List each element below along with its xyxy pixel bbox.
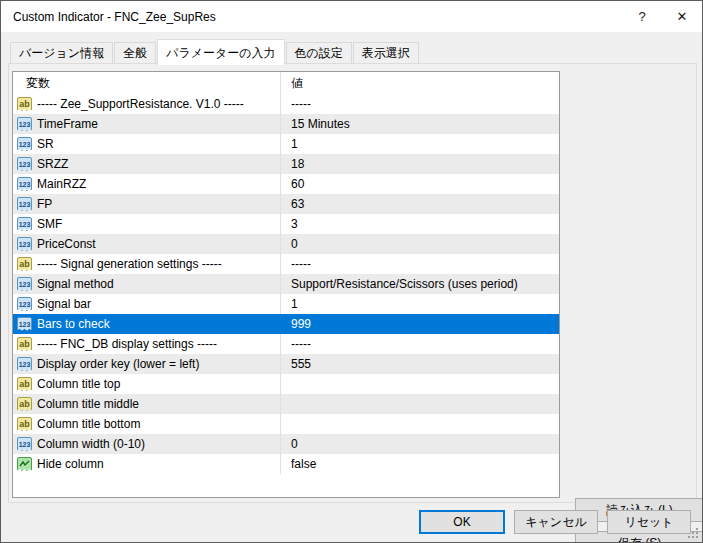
integer-param-icon: 123 — [17, 197, 32, 211]
param-name-cell: 123SRZZ — [13, 154, 280, 174]
table-row[interactable]: abColumn title bottom — [13, 414, 559, 434]
param-value[interactable]: 1 — [280, 294, 559, 314]
titlebar-buttons: ? ✕ — [622, 1, 702, 32]
param-name-cell: 123TimeFrame — [13, 114, 280, 134]
param-name-cell: ab----- FNC_DB display settings ----- — [13, 334, 280, 354]
table-row[interactable]: 123MainRZZ60 — [13, 174, 559, 194]
close-button[interactable]: ✕ — [662, 1, 702, 32]
integer-param-icon: 123 — [17, 297, 32, 311]
ok-button[interactable]: OK — [419, 510, 505, 534]
param-name-cell: abColumn title middle — [13, 394, 280, 414]
param-name: PriceConst — [37, 237, 96, 251]
param-value[interactable]: ----- — [280, 334, 559, 354]
title-bar: Custom Indicator - FNC_Zee_SupRes ? ✕ — [1, 1, 702, 32]
param-value[interactable]: false — [280, 454, 559, 474]
integer-param-icon: 123 — [17, 317, 32, 331]
param-name: Column title bottom — [37, 417, 140, 431]
param-value[interactable]: 3 — [280, 214, 559, 234]
param-name-cell: 123PriceConst — [13, 234, 280, 254]
param-name: Column title top — [37, 377, 120, 391]
reset-button[interactable]: リセット — [607, 510, 691, 534]
integer-param-icon: 123 — [17, 217, 32, 231]
table-row[interactable]: 123Bars to check999 — [13, 314, 559, 334]
param-value[interactable]: 15 Minutes — [280, 114, 559, 134]
param-name: FP — [37, 197, 52, 211]
param-value[interactable]: 555 — [280, 354, 559, 374]
table-row[interactable]: 123SR1 — [13, 134, 559, 154]
param-name: Hide column — [37, 457, 104, 471]
table-row[interactable]: 123SMF3 — [13, 214, 559, 234]
param-table-body: ab----- Zee_SupportResistance. V1.0 ----… — [13, 94, 559, 474]
param-name-cell: Hide column — [13, 454, 280, 474]
column-header-value: 値 — [280, 72, 559, 94]
tab-3[interactable]: 色の設定 — [286, 42, 352, 64]
integer-param-icon: 123 — [17, 237, 32, 251]
param-name: SR — [37, 137, 54, 151]
table-row[interactable]: 123Column width (0-10)0 — [13, 434, 559, 454]
param-value[interactable]: 60 — [280, 174, 559, 194]
dialog-title: Custom Indicator - FNC_Zee_SupRes — [1, 10, 216, 24]
table-row[interactable]: 123FP63 — [13, 194, 559, 214]
string-param-icon: ab — [17, 377, 32, 391]
tab-4[interactable]: 表示選択 — [353, 42, 419, 64]
param-name-cell: 123SR — [13, 134, 280, 154]
parameter-table: 変数 値 ab----- Zee_SupportResistance. V1.0… — [12, 71, 560, 498]
param-value[interactable] — [280, 374, 559, 394]
tab-1[interactable]: 全般 — [114, 42, 156, 64]
param-value[interactable]: 1 — [280, 134, 559, 154]
table-row[interactable]: ab----- FNC_DB display settings --------… — [13, 334, 559, 354]
param-name-cell: 123FP — [13, 194, 280, 214]
param-name-cell: ab----- Zee_SupportResistance. V1.0 ----… — [13, 94, 280, 114]
integer-param-icon: 123 — [17, 357, 32, 371]
param-value[interactable]: Support/Resistance/Scissors (uses period… — [280, 274, 559, 294]
param-name-cell: 123Signal bar — [13, 294, 280, 314]
param-name: SMF — [37, 217, 62, 231]
param-value[interactable]: 0 — [280, 434, 559, 454]
string-param-icon: ab — [17, 337, 32, 351]
param-value[interactable]: 0 — [280, 234, 559, 254]
table-row[interactable]: 123Signal bar1 — [13, 294, 559, 314]
table-row[interactable]: 123TimeFrame15 Minutes — [13, 114, 559, 134]
param-name-cell: abColumn title top — [13, 374, 280, 394]
column-header-variable: 変数 — [13, 75, 280, 92]
tab-strip: バージョン情報全般パラメーターの入力色の設定表示選択 — [10, 40, 693, 64]
param-value[interactable] — [280, 394, 559, 414]
cancel-button[interactable]: キャンセル — [514, 510, 598, 534]
param-name: SRZZ — [37, 157, 68, 171]
table-row[interactable]: ab----- Zee_SupportResistance. V1.0 ----… — [13, 94, 559, 114]
table-row[interactable]: abColumn title top — [13, 374, 559, 394]
integer-param-icon: 123 — [17, 437, 32, 451]
help-button[interactable]: ? — [622, 1, 662, 32]
table-row[interactable]: 123Display order key (lower = left)555 — [13, 354, 559, 374]
param-name: TimeFrame — [37, 117, 98, 131]
table-row[interactable]: 123SRZZ18 — [13, 154, 559, 174]
table-header-row: 変数 値 — [13, 72, 559, 94]
table-row[interactable]: Hide columnfalse — [13, 454, 559, 474]
integer-param-icon: 123 — [17, 157, 32, 171]
parameters-tab-page: 変数 値 ab----- Zee_SupportResistance. V1.0… — [8, 63, 697, 503]
param-name-cell: 123MainRZZ — [13, 174, 280, 194]
integer-param-icon: 123 — [17, 117, 32, 131]
resize-grip[interactable] — [688, 528, 698, 538]
param-name: ----- Signal generation settings ----- — [37, 257, 222, 271]
table-row[interactable]: abColumn title middle — [13, 394, 559, 414]
param-value[interactable]: 999 — [280, 314, 559, 334]
custom-indicator-dialog: Custom Indicator - FNC_Zee_SupRes ? ✕ バー… — [0, 0, 703, 543]
integer-param-icon: 123 — [17, 177, 32, 191]
param-name-cell: ab----- Signal generation settings ----- — [13, 254, 280, 274]
tab-2[interactable]: パラメーターの入力 — [157, 39, 284, 65]
param-name: Bars to check — [37, 317, 110, 331]
param-name-cell: 123Signal method — [13, 274, 280, 294]
table-row[interactable]: 123PriceConst0 — [13, 234, 559, 254]
param-value[interactable]: ----- — [280, 94, 559, 114]
table-row[interactable]: 123Signal methodSupport/Resistance/Sciss… — [13, 274, 559, 294]
param-name-cell: 123Column width (0-10) — [13, 434, 280, 454]
tab-0[interactable]: バージョン情報 — [10, 42, 113, 64]
table-row[interactable]: ab----- Signal generation settings -----… — [13, 254, 559, 274]
param-value[interactable]: ----- — [280, 254, 559, 274]
string-param-icon: ab — [17, 97, 32, 111]
param-name-cell: 123Bars to check — [13, 314, 280, 334]
param-value[interactable]: 63 — [280, 194, 559, 214]
param-value[interactable]: 18 — [280, 154, 559, 174]
param-value[interactable] — [280, 414, 559, 434]
